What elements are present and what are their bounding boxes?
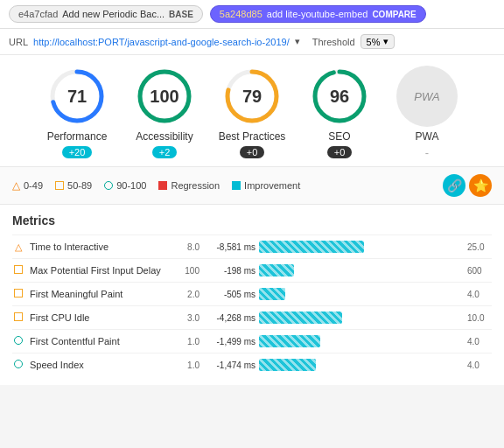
url-bar: URL http://localhost:PORT/javascript-and… (0, 29, 504, 55)
threshold-label: Threshold (312, 37, 355, 47)
metric-change-first-meaningful-paint: -505 ms (205, 290, 256, 299)
score-pwa: PWA PWA - (388, 66, 466, 159)
score-badge-seo: +0 (327, 146, 353, 158)
legend-label-50-89: 50-89 (67, 180, 92, 191)
legend-label-improvement: Improvement (244, 180, 300, 191)
metric-bar-container-speed-index: -1,474 ms (205, 358, 458, 372)
metric-icon-triangle: △ (12, 242, 24, 253)
compare-desc: add lite-youtube-embed (267, 9, 368, 19)
metrics-rows: △ Time to Interactive 8.0 -8,581 ms 25.0… (12, 234, 492, 376)
metric-bar-time-to-interactive (259, 241, 364, 253)
metric-compare-first-cpu-idle: 10.0 (467, 313, 492, 323)
legend-label-regression: Regression (171, 180, 220, 191)
metric-base-first-cpu-idle: 3.0 (175, 313, 200, 323)
square-icon (55, 181, 64, 190)
metric-change-first-contentful-paint: -1,499 ms (205, 337, 256, 346)
pwa-circle: PWA (396, 66, 458, 127)
base-commit[interactable]: e4a7cfad Add new Periodic Bac... BASE (9, 5, 203, 23)
triangle-icon: △ (12, 179, 20, 192)
score-name-seo: SEO (328, 130, 350, 143)
metric-bar-first-meaningful-paint (259, 288, 285, 300)
score-circle-accessibility: 100 (134, 66, 195, 127)
metric-icon-square (12, 288, 24, 300)
metric-compare-time-to-interactive: 25.0 (467, 242, 492, 252)
metric-icon-square (12, 264, 24, 276)
metric-name-first-contentful-paint: First Contentful Paint (30, 336, 170, 346)
metric-icon-circle (12, 359, 24, 371)
metric-icon-square (12, 312, 24, 324)
score-name-best-practices: Best Practices (219, 130, 286, 143)
metric-compare-first-contentful-paint: 4.0 (467, 337, 492, 346)
metric-row-time-to-interactive: △ Time to Interactive 8.0 -8,581 ms 25.0 (12, 234, 492, 258)
metric-name-first-meaningful-paint: First Meaningful Paint (30, 289, 170, 299)
legend-label-0-49: 0-49 (24, 180, 43, 191)
metric-bar-container-max-potential-fid: -198 ms (205, 263, 458, 277)
metric-bar-speed-index (259, 359, 316, 371)
metric-base-first-contentful-paint: 1.0 (175, 337, 200, 346)
metric-name-speed-index: Speed Index (30, 360, 170, 370)
share-icons: 🔗 ⭐ (443, 174, 492, 197)
score-badge-best-practices: +0 (240, 146, 265, 158)
score-badge-performance: +20 (62, 146, 93, 158)
threshold-selector[interactable]: 5% ▾ (360, 34, 395, 49)
metric-change-first-cpu-idle: -4,268 ms (205, 313, 256, 323)
metric-bar-first-contentful-paint (259, 335, 320, 347)
metric-base-max-potential-fid: 100 (175, 266, 200, 276)
score-seo: 96 SEO +0 (300, 66, 379, 158)
metric-compare-first-meaningful-paint: 4.0 (467, 290, 492, 299)
metric-bar-max-potential-fid (259, 264, 294, 276)
metric-change-max-potential-fid: -198 ms (205, 266, 256, 276)
score-value-seo: 96 (330, 87, 349, 107)
legend-bar: △ 0-49 50-89 90-100 Regression Improveme… (0, 167, 504, 205)
base-type: BASE (169, 10, 193, 19)
metric-change-time-to-interactive: -8,581 ms (205, 242, 256, 252)
legend-label-90-100: 90-100 (116, 180, 146, 191)
score-circle-seo: 96 (309, 66, 370, 127)
compare-hash: 5a248d85 (220, 9, 262, 19)
metric-name-first-cpu-idle: First CPU Idle (30, 312, 170, 323)
metric-compare-max-potential-fid: 600 (467, 266, 492, 276)
metric-base-first-meaningful-paint: 2.0 (175, 290, 200, 299)
metrics-title: Metrics (12, 214, 492, 228)
metric-bar-container-first-meaningful-paint: -505 ms (205, 287, 458, 301)
threshold-val: 5% (367, 37, 381, 47)
compare-commit[interactable]: 5a248d85 add lite-youtube-embed COMPARE (210, 5, 426, 23)
score-circle-performance: 71 (46, 66, 108, 127)
score-accessibility: 100 Accessibility +2 (125, 66, 204, 158)
score-circle-best-practices: 79 (221, 66, 283, 127)
share-link-button[interactable]: 🔗 (443, 174, 466, 197)
compare-type: COMPARE (372, 10, 416, 19)
legend-improvement: Improvement (232, 180, 300, 191)
metric-bar-container-first-cpu-idle: -4,268 ms (205, 311, 458, 325)
metric-row-first-cpu-idle: First CPU Idle 3.0 -4,268 ms 10.0 (12, 305, 492, 329)
score-value-performance: 71 (67, 87, 87, 107)
url-label: URL (9, 37, 28, 47)
legend-50-89: 50-89 (55, 180, 92, 191)
url-dropdown-button[interactable]: ▾ (295, 36, 300, 47)
metric-bar-container-first-contentful-paint: -1,499 ms (205, 334, 458, 348)
scores-section: 71 Performance +20 100 Accessibility +2 … (0, 55, 504, 167)
base-hash: e4a7cfad (18, 9, 58, 19)
share-star-button[interactable]: ⭐ (469, 174, 492, 197)
metric-name-max-potential-fid: Max Potential First Input Delay (30, 265, 170, 276)
base-desc: Add new Periodic Bac... (62, 9, 164, 19)
metric-row-max-potential-fid: Max Potential First Input Delay 100 -198… (12, 258, 492, 282)
metric-row-first-meaningful-paint: First Meaningful Paint 2.0 -505 ms 4.0 (12, 282, 492, 305)
top-bar: e4a7cfad Add new Periodic Bac... BASE 5a… (0, 0, 504, 29)
circle-icon (104, 181, 113, 190)
metrics-section: Metrics △ Time to Interactive 8.0 -8,581… (0, 205, 504, 385)
metric-bar-container-time-to-interactive: -8,581 ms (205, 240, 458, 254)
metric-base-time-to-interactive: 8.0 (175, 242, 200, 252)
score-name-performance: Performance (47, 130, 108, 143)
metric-icon-circle (12, 335, 24, 347)
metric-row-first-contentful-paint: First Contentful Paint 1.0 -1,499 ms 4.0 (12, 329, 492, 353)
metric-compare-speed-index: 4.0 (467, 360, 492, 370)
legend-0-49: △ 0-49 (12, 179, 43, 192)
score-best-practices: 79 Best Practices +0 (213, 66, 291, 158)
metric-change-speed-index: -1,474 ms (205, 360, 256, 370)
metric-name-time-to-interactive: Time to Interactive (30, 242, 170, 252)
legend-90-100: 90-100 (104, 180, 146, 191)
score-name-accessibility: Accessibility (136, 130, 192, 143)
score-value-best-practices: 79 (242, 87, 262, 107)
improvement-icon (232, 181, 241, 190)
